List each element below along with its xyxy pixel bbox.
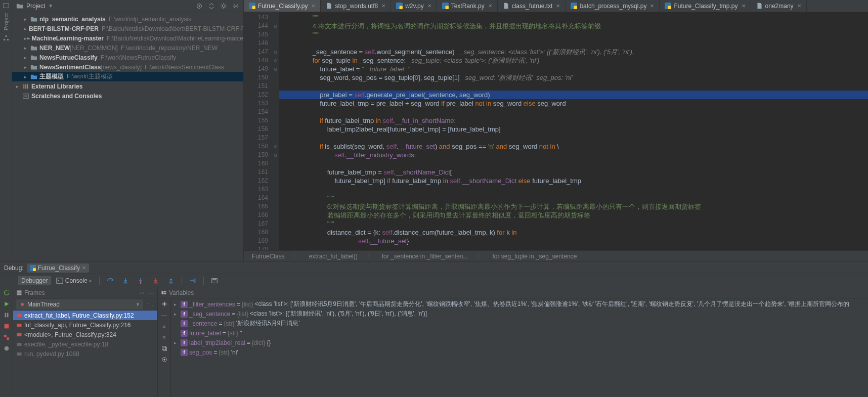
line-number[interactable]: 163 [244, 185, 268, 194]
variable-row[interactable]: ▸f _seg_sentence = {list} <class 'list'>… [171, 309, 868, 319]
fold-marker[interactable]: ⊖ [272, 151, 279, 159]
code-line[interactable] [279, 245, 868, 250]
project-tree-item[interactable]: ▸NewsSentimentClass [news_classify]F:\wo… [12, 62, 243, 72]
run-to-cursor-button[interactable] [186, 276, 199, 285]
code-line[interactable]: label_tmp2label_real[future_label_tmp] =… [279, 125, 868, 134]
fold-marker[interactable] [272, 39, 279, 48]
fold-marker[interactable] [272, 99, 279, 108]
rerun-button[interactable] [3, 289, 10, 296]
fold-marker[interactable] [272, 237, 279, 245]
code-line[interactable]: future_label_tmp] if future_label_tmp in… [279, 177, 868, 185]
fold-marker[interactable]: ⊖ [272, 142, 279, 151]
chevron-down-icon[interactable]: ▼ [48, 3, 53, 9]
add-watch-button[interactable] [161, 300, 168, 307]
structure-tool-icon[interactable] [3, 34, 10, 41]
close-icon[interactable]: ✕ [797, 3, 801, 9]
line-number[interactable]: 153 [244, 99, 268, 108]
code-line[interactable] [279, 39, 868, 48]
line-number[interactable]: 147 [244, 48, 268, 56]
hide-icon[interactable] [232, 3, 239, 10]
variable-row[interactable]: ▸f label_tmp2label_real = {dict} {} [171, 338, 868, 347]
code-line[interactable] [279, 159, 868, 168]
close-icon[interactable]: ✕ [311, 3, 315, 9]
code-line[interactable]: 若编辑距离最小的存在多个，则采用词向量去计算最终的相似度，返回相似度高的期货标签 [279, 211, 868, 219]
line-number[interactable]: 167 [244, 219, 268, 228]
project-tree-item[interactable]: ▸NewsFutrueClassifyF:\work\NewsFutrueCla… [12, 53, 243, 62]
variable-row[interactable]: ▸f _filter_sentences = {list} <class 'li… [171, 299, 868, 309]
next-frame-button[interactable]: ↓ [151, 301, 154, 308]
code-line[interactable]: future_label = '' future_label: '' [279, 65, 868, 73]
editor-tab[interactable]: stop_words.utf8✕ [321, 0, 391, 12]
fold-marker[interactable] [272, 73, 279, 82]
stack-frame[interactable]: run, pydevd.py:1068 [13, 349, 157, 359]
fold-marker[interactable] [272, 202, 279, 211]
stack-frame[interactable]: execfile, _pydev_execfile.py:18 [13, 339, 157, 349]
code-line[interactable]: self.__filter_industry_words: [279, 151, 868, 159]
fold-marker[interactable] [272, 228, 279, 237]
fold-marker[interactable] [272, 168, 279, 177]
line-number[interactable]: 144 [244, 22, 268, 30]
code-line[interactable]: """ [279, 30, 868, 39]
line-number[interactable]: 158 [244, 142, 268, 151]
line-number[interactable]: 159 [244, 151, 268, 159]
fold-marker[interactable] [272, 245, 279, 250]
line-number[interactable]: 149 [244, 65, 268, 73]
code-line[interactable]: """ [279, 13, 868, 22]
close-icon[interactable]: ✕ [427, 3, 431, 9]
line-number[interactable]: 161 [244, 168, 268, 177]
project-vertical-label[interactable]: Project [3, 13, 9, 30]
editor-tab[interactable]: TextRank.py✕ [437, 0, 498, 12]
fold-marker[interactable]: ⊖ [272, 48, 279, 56]
show-watches-button[interactable] [161, 356, 168, 363]
line-number[interactable]: 148 [244, 56, 268, 65]
fold-marker[interactable] [272, 194, 279, 202]
fold-marker[interactable]: ⊖ [272, 65, 279, 73]
breadcrumb-item[interactable]: FutrueClass [252, 253, 285, 260]
line-number[interactable]: 162 [244, 177, 268, 185]
line-number[interactable]: 145 [244, 30, 268, 39]
fold-marker[interactable] [272, 116, 279, 125]
line-number[interactable]: 152 [244, 91, 268, 99]
code-line[interactable] [279, 134, 868, 142]
fold-marker[interactable] [272, 30, 279, 39]
code-line[interactable]: seg_word, seg_pos = seg_tuple[0], seg_tu… [279, 73, 868, 82]
fold-marker[interactable] [272, 185, 279, 194]
line-number[interactable]: 156 [244, 125, 268, 134]
fold-marker[interactable] [272, 177, 279, 185]
debugger-tab[interactable]: Debugger [18, 276, 51, 285]
code-line[interactable]: """ [279, 219, 868, 228]
line-number[interactable]: 150 [244, 73, 268, 82]
editor-tab[interactable]: one2many✕ [751, 0, 807, 12]
breadcrumb-item[interactable]: for seg_tuple in _seg_sentence [493, 253, 577, 260]
code-line[interactable]: future_label_tmp = pre_label + seg_word … [279, 99, 868, 108]
project-tree-item[interactable]: ▸NER_NEW [NER_COMMON]F:\work\code_reposi… [12, 43, 243, 53]
stop-button[interactable] [3, 323, 10, 330]
code-line[interactable]: """ [279, 194, 868, 202]
code-line[interactable]: 4:将文本进行分词，将词性为名词的词作为期货标签候选集，并且根据出现的地名将其补… [279, 22, 868, 30]
debug-session-tab[interactable]: Futrue_Classify ✕ [27, 263, 89, 273]
mute-breakpoints-button[interactable] [3, 345, 10, 352]
code-line[interactable]: if future_label_tmp in self.__fut_in_sho… [279, 116, 868, 125]
hide-frames-icon[interactable]: — [148, 289, 154, 296]
line-number[interactable]: 165 [244, 202, 268, 211]
line-number[interactable]: 168 [244, 228, 268, 237]
console-tab[interactable]: Console ▸ [53, 276, 95, 285]
fold-marker[interactable]: ⊖ [272, 22, 279, 30]
project-tree-item[interactable]: ▸MachineLearning-masterF:\BaiduNetdiskDo… [12, 33, 243, 43]
code-line[interactable]: for seg_tuple in _seg_sentence: seg_tupl… [279, 56, 868, 65]
editor-tab[interactable]: Futrue_Classify.py✕ [244, 0, 321, 12]
fold-marker[interactable] [272, 159, 279, 168]
fold-marker[interactable] [272, 211, 279, 219]
line-number[interactable]: 170 [244, 245, 268, 250]
breadcrumb-item[interactable]: extract_fut_label() [309, 253, 358, 260]
editor-tab[interactable]: Future_Classify_tmp.py✕ [660, 0, 751, 12]
fold-marker[interactable] [272, 91, 279, 99]
fold-marker[interactable] [272, 13, 279, 22]
step-into-button[interactable] [119, 276, 132, 285]
view-breakpoints-button[interactable] [3, 334, 10, 341]
code-line[interactable]: 6:对候选期货与期货标签计算编辑距离，并取编辑距离最小的作为下一步计算，若编辑距… [279, 202, 868, 211]
restore-layout-icon[interactable]: ↔ [139, 289, 145, 296]
step-out-button[interactable] [164, 276, 178, 285]
locate-icon[interactable] [196, 3, 203, 10]
code-line[interactable] [279, 185, 868, 194]
